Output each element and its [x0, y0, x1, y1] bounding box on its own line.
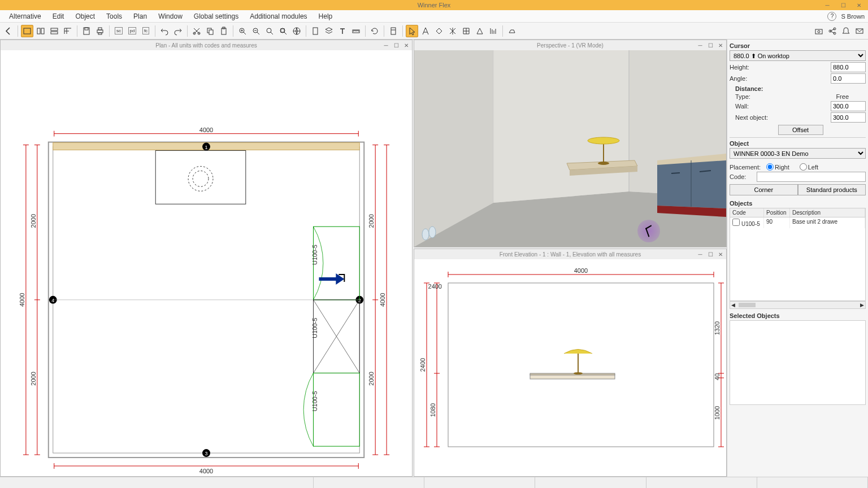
tool-align[interactable]	[487, 25, 500, 37]
layers-button[interactable]	[323, 25, 335, 37]
undo-button[interactable]	[158, 25, 171, 37]
camera-button[interactable]	[813, 25, 825, 37]
svg-text:4000: 4000	[19, 293, 25, 307]
elevation-panel-header: Front Elevation - 1 : Wall - 1, Elevatio…	[414, 249, 726, 259]
menu-object[interactable]: Object	[70, 12, 101, 20]
status-bar	[0, 477, 868, 488]
placement-left-radio[interactable]	[800, 163, 807, 171]
cursor-mode-select[interactable]: 880.0 ⬆ On worktop	[730, 50, 866, 61]
svg-text:2000: 2000	[30, 372, 37, 385]
window-minimize[interactable]: ─	[819, 1, 835, 10]
row-checkbox[interactable]	[732, 219, 740, 226]
svg-marker-91	[657, 158, 726, 208]
pd-button[interactable]: pd	[126, 25, 138, 37]
height-label: Height:	[730, 64, 757, 71]
menu-alternative[interactable]: Alternative	[3, 12, 47, 20]
zoom-fit-button[interactable]	[263, 25, 276, 37]
menu-edit[interactable]: Edit	[47, 12, 70, 20]
svg-point-98	[429, 226, 436, 238]
svg-text:1000: 1000	[714, 406, 721, 420]
bell-button[interactable]	[840, 25, 852, 37]
catalog-select[interactable]: WINNER 0000-3 EN Demo	[730, 148, 866, 159]
share-button[interactable]	[826, 25, 839, 37]
elevation-canvas[interactable]: 4000 2400 2400 1080	[414, 259, 726, 476]
tool-a[interactable]	[419, 25, 432, 37]
text-button[interactable]	[336, 25, 349, 37]
svg-point-73	[193, 171, 209, 186]
paste-button[interactable]	[218, 25, 230, 37]
refresh-button[interactable]	[368, 25, 381, 37]
svg-text:4000: 4000	[199, 127, 213, 133]
wall-input[interactable]	[831, 101, 866, 111]
offset-button[interactable]: Offset	[778, 125, 823, 135]
layout-4-button[interactable]	[62, 25, 74, 37]
help-icon[interactable]: ?	[827, 12, 836, 21]
corner-button[interactable]: Corner	[730, 184, 798, 195]
menu-global-settings[interactable]: Global settings	[188, 12, 244, 20]
object-section-title: Object	[730, 140, 866, 147]
page-button[interactable]	[309, 25, 322, 37]
next-obj-input[interactable]	[831, 112, 866, 123]
objects-table[interactable]: Code Position Description U100-5 90 Base…	[730, 208, 866, 301]
measure-button[interactable]	[350, 25, 362, 37]
globe-button[interactable]	[290, 25, 303, 37]
tool-iron[interactable]	[506, 25, 518, 37]
plan-maximize[interactable]: ☐	[392, 42, 401, 49]
svg-line-94	[671, 173, 680, 173]
layout-2-button[interactable]	[34, 25, 47, 37]
select-tool[interactable]	[406, 25, 418, 37]
plan-panel-title: Plan - All units with codes and measures	[155, 42, 257, 49]
persp-close[interactable]: ✕	[716, 42, 725, 49]
window-close[interactable]: ✕	[851, 1, 867, 10]
copy-button[interactable]	[204, 25, 216, 37]
selected-objects-list[interactable]	[730, 320, 866, 405]
redo-button[interactable]	[172, 25, 184, 37]
menu-window[interactable]: Window	[153, 12, 188, 20]
objects-scrollbar[interactable]: ◀▶	[730, 301, 866, 309]
zoom-out-button[interactable]	[250, 25, 262, 37]
menu-help[interactable]: Help	[313, 12, 338, 20]
svg-text:4000: 4000	[379, 293, 386, 307]
svg-text:2400: 2400	[428, 283, 442, 290]
persp-minimize[interactable]: ─	[696, 42, 705, 49]
feet-nav-icon[interactable]	[418, 221, 440, 243]
zoom-in-button[interactable]	[236, 25, 249, 37]
tool-b[interactable]	[433, 25, 445, 37]
tool-grid[interactable]	[460, 25, 472, 37]
cut-button[interactable]	[190, 25, 203, 37]
svg-rect-14	[222, 28, 226, 34]
tool-c[interactable]	[446, 25, 459, 37]
height-input[interactable]	[831, 62, 866, 72]
calc-button[interactable]	[387, 25, 400, 37]
svg-text:1320: 1320	[714, 321, 721, 335]
svg-rect-6	[85, 28, 88, 30]
zoom-window-button[interactable]	[277, 25, 289, 37]
elev-close[interactable]: ✕	[716, 251, 725, 258]
elev-maximize[interactable]: ☐	[706, 251, 715, 258]
placement-right-radio[interactable]	[766, 163, 774, 171]
back-button[interactable]	[2, 25, 15, 37]
save-button[interactable]	[80, 25, 93, 37]
window-maximize[interactable]: ☐	[835, 1, 851, 10]
menu-additional-modules[interactable]: Additional modules	[244, 12, 313, 20]
perspective-view[interactable]	[414, 50, 726, 247]
standard-products-button[interactable]: Standard products	[798, 184, 866, 195]
plan-canvas[interactable]: 4000 4000 4000 2000	[1, 50, 412, 476]
tool-dim[interactable]	[474, 25, 486, 37]
table-row[interactable]: U100-5 90 Base unit 2 drawe	[730, 217, 865, 228]
layout-1-button[interactable]	[21, 25, 33, 37]
elev-minimize[interactable]: ─	[696, 251, 705, 258]
layout-3-button[interactable]	[48, 25, 60, 37]
menu-plan[interactable]: Plan	[128, 12, 153, 20]
persp-maximize[interactable]: ☐	[706, 42, 715, 49]
code-input[interactable]	[757, 172, 866, 182]
angle-input[interactable]	[831, 73, 866, 84]
menu-tools[interactable]: Tools	[101, 12, 128, 20]
plan-minimize[interactable]: ─	[381, 42, 390, 49]
fc-button[interactable]: fc	[140, 25, 152, 37]
svg-point-89	[588, 137, 619, 144]
mail-button[interactable]	[853, 25, 866, 37]
sc-button[interactable]: sc	[112, 25, 125, 37]
print-button[interactable]	[94, 25, 106, 37]
plan-close[interactable]: ✕	[402, 42, 411, 49]
